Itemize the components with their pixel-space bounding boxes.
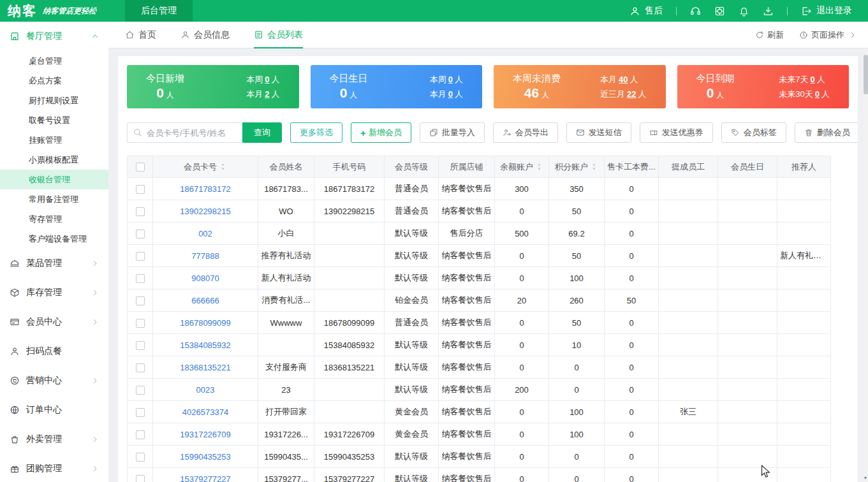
row-checkbox[interactable] [136, 453, 145, 462]
member-card-link[interactable]: 666666 [191, 296, 219, 305]
more-filter-button[interactable]: 更多筛选 [290, 122, 342, 143]
member-card-link[interactable]: 18368135221 [180, 363, 231, 372]
stat-metric-value[interactable]: 0 [815, 89, 820, 99]
row-checkbox[interactable] [136, 230, 145, 238]
member-card-link[interactable]: 4026573374 [182, 407, 228, 417]
send-coupon-button[interactable]: 发送优惠券 [640, 122, 713, 143]
stat-metric-value[interactable]: 22 [627, 89, 636, 99]
sidebar-subitem[interactable]: 寄存管理 [0, 209, 108, 229]
scrollbar-down-arrow[interactable]: ▼ [863, 475, 868, 481]
row-checkbox[interactable] [136, 408, 145, 417]
stat-metric-value[interactable]: 0 [811, 75, 815, 84]
row-checkbox[interactable] [136, 430, 145, 439]
sidebar-subitem[interactable]: 客户端设备管理 [0, 229, 108, 249]
bell-icon[interactable] [739, 6, 749, 17]
sort-icon[interactable] [535, 163, 543, 171]
column-header[interactable]: 会员卡号 [153, 156, 258, 178]
stat-metric-value[interactable]: 2 [265, 89, 269, 99]
column-header[interactable]: 积分账户 [549, 156, 605, 178]
logout-button[interactable]: 退出登录 [801, 5, 852, 17]
column-header[interactable]: 余额账户 [495, 156, 549, 178]
stat-metric-value[interactable]: 0 [265, 75, 269, 84]
sidebar-group[interactable]: 外卖管理 [0, 425, 108, 454]
current-user[interactable]: 售后 [629, 5, 663, 17]
row-checkbox[interactable] [136, 341, 145, 350]
sidebar-group[interactable]: 扫码点餐 [0, 337, 108, 366]
row-checkbox[interactable] [136, 363, 145, 372]
stat-metric-value[interactable]: 0 [448, 89, 453, 99]
row-checkbox[interactable] [136, 274, 145, 283]
send-sms-button[interactable]: 发送短信 [566, 122, 631, 143]
stat-metric-value[interactable]: 40 [619, 75, 628, 84]
sort-icon[interactable] [219, 163, 227, 171]
row-checkbox[interactable] [136, 386, 145, 395]
stat-card-green[interactable]: 今日新增0人本周0人本月2人 [127, 65, 299, 108]
page-tab[interactable]: 会员信息 [180, 22, 230, 48]
stat-card-value: 0 [156, 85, 164, 100]
page-tab[interactable]: 会员列表 [254, 22, 303, 48]
query-button[interactable]: 查询 [242, 122, 282, 143]
sidebar-group[interactable]: 订单中心 [0, 395, 108, 425]
member-card-link[interactable]: 15384085932 [180, 340, 231, 350]
sort-icon[interactable] [590, 163, 598, 171]
backend-admin-tab[interactable]: 后台管理 [125, 0, 193, 22]
column-header-label: 会员姓名 [270, 161, 303, 173]
sidebar-group-label: 扫码点餐 [26, 346, 62, 357]
row-checkbox[interactable] [136, 207, 145, 216]
sidebar-group[interactable]: 营销中心 [0, 366, 108, 395]
download-icon[interactable] [763, 6, 774, 17]
column-header-label: 会员等级 [395, 161, 428, 173]
delete-member-button[interactable]: 删除会员 [795, 122, 858, 143]
batch-import-button[interactable]: 批量导入 [420, 122, 485, 143]
sidebar-subitem[interactable]: 挂账管理 [0, 130, 108, 150]
member-card-link[interactable]: 15990435253 [180, 452, 231, 462]
member-card-link[interactable]: 908070 [191, 274, 219, 283]
sidebar-subitem[interactable]: 厨打规则设置 [0, 91, 108, 110]
stat-card-red[interactable]: 今日到期0人未来7天0人未来30天0人 [677, 65, 850, 108]
member-card-link[interactable]: 15379277227 [180, 474, 231, 482]
member-cell-card_fee: 50 [605, 289, 659, 312]
sidebar-group-label: 订单中心 [26, 404, 62, 416]
member-card-link[interactable]: 13902298215 [180, 207, 231, 216]
page-operations-button[interactable]: 页面操作 [799, 29, 857, 41]
sidebar-subitem[interactable]: 桌台管理 [0, 51, 108, 71]
sidebar-group[interactable]: 餐厅管理 [0, 22, 108, 51]
member-search-input[interactable] [127, 122, 242, 143]
scrollbar-thumb[interactable] [864, 55, 868, 94]
row-checkbox[interactable] [136, 252, 145, 261]
member-tag-button[interactable]: 会员标签 [721, 122, 786, 143]
sidebar-group[interactable]: 库存管理 [0, 278, 108, 307]
row-checkbox[interactable] [136, 319, 145, 328]
column-header[interactable]: 售卡工本费... [605, 156, 659, 178]
row-checkbox[interactable] [136, 185, 145, 194]
select-all-checkbox[interactable] [136, 163, 145, 172]
sidebar-group[interactable]: 会员中心 [0, 307, 108, 337]
member-row: 666666消费有礼活...铂金会员纳客餐饮售后2026050 [128, 289, 831, 312]
stat-card-blue[interactable]: 今日生日0人本周0人本月0人 [311, 65, 483, 108]
stat-metric-value[interactable]: 0 [448, 75, 453, 84]
sidebar-subitem[interactable]: 收银台管理 [0, 170, 108, 189]
safe-icon[interactable] [714, 6, 725, 17]
sidebar-group[interactable]: 菜品管理 [0, 249, 108, 278]
headset-icon[interactable] [690, 6, 701, 17]
sidebar-subitem[interactable]: 小票模板配置 [0, 150, 108, 170]
page-tab[interactable]: 首页 [125, 22, 156, 48]
sidebar-subitem[interactable]: 常用备注管理 [0, 189, 108, 209]
stat-card-orange[interactable]: 本周未消费46人本月40人近三月22人 [494, 65, 666, 108]
member-card-link[interactable]: 002 [198, 229, 212, 238]
member-card-link[interactable]: 777888 [191, 251, 219, 261]
row-checkbox[interactable] [136, 475, 145, 482]
member-export-button[interactable]: 会员导出 [493, 122, 558, 143]
member-card-link[interactable]: 18671783172 [180, 184, 231, 194]
member-card-link[interactable]: 18678099099 [180, 318, 231, 328]
member-cell-level: 黄金会员 [385, 423, 439, 446]
sidebar-subitem[interactable]: 必点方案 [0, 71, 108, 91]
member-card-link[interactable]: 0023 [196, 385, 215, 395]
refresh-button[interactable]: 刷新 [755, 29, 784, 41]
sidebar-subitem[interactable]: 取餐号设置 [0, 110, 108, 130]
sidebar-group[interactable]: 团购管理 [0, 454, 108, 482]
member-card-link[interactable]: 19317226709 [180, 430, 231, 439]
add-member-button[interactable]: +新增会员 [351, 122, 411, 143]
vertical-scrollbar[interactable]: ▼ [863, 48, 868, 482]
row-checkbox[interactable] [136, 296, 145, 305]
